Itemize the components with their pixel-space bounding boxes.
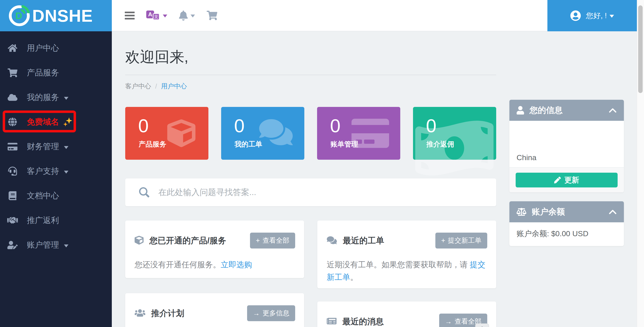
caret-down-icon: [64, 146, 68, 149]
breadcrumb-separator: /: [155, 83, 157, 90]
order-now-link[interactable]: 立即选购: [221, 260, 252, 269]
side-column: 您的信息 China 更新 账户余额: [510, 100, 624, 255]
sidebar-item-label: 推广返利: [27, 215, 59, 226]
search-icon: [139, 187, 149, 198]
language-menu-button[interactable]: A 文: [146, 10, 167, 21]
credit-card-icon: [352, 116, 389, 150]
arrow-right-icon: →: [445, 318, 452, 325]
panel-body: 您已经通过推荐好友赚到了 $0.00 USD。您只需要再: [125, 321, 304, 327]
menu-toggle-button[interactable]: [125, 10, 134, 21]
open-ticket-button[interactable]: + 提交新工单: [435, 232, 487, 248]
panel-your-info-header[interactable]: 您的信息: [510, 100, 624, 121]
cart-button[interactable]: [206, 11, 217, 20]
globe-icon: [6, 118, 19, 126]
chevron-up-icon[interactable]: [609, 107, 617, 114]
balance-scale-icon: [516, 208, 526, 216]
users-icon: [134, 309, 145, 318]
panel-body: 近期没有工单。如果您需要获取帮助，请 提交新工单。: [317, 248, 496, 284]
svg-text:D: D: [16, 10, 22, 21]
sidebar-item-account[interactable]: 账户管理: [0, 232, 112, 257]
panel-title: 推介计划: [151, 308, 184, 319]
panel-your-info-footer: 更新: [510, 167, 624, 192]
plus-icon: +: [441, 237, 445, 244]
shopping-cart-icon: [6, 68, 19, 77]
panel-products: 您已开通的产品/服务 + 查看全部 您还没有开通任何服务。立即选购: [125, 220, 304, 278]
caret-down-icon: [163, 14, 167, 18]
handshake-icon: [6, 216, 19, 224]
panel-title: 账户余额: [532, 206, 565, 218]
home-icon: [6, 44, 19, 52]
user-menu-button[interactable]: 您好, !: [548, 0, 637, 31]
panel-tickets: 最近的工单 + 提交新工单 近期没有工单。如果您需要获取帮助，请 提交新工单。: [317, 220, 496, 288]
stat-card-tickets[interactable]: 0 我的工单: [221, 107, 304, 160]
sidebar: D DNSHE 用户中心 产品服务 我的服务: [0, 0, 112, 327]
topbar: A 文 您好, !: [112, 0, 637, 31]
newspaper-icon: [327, 317, 336, 326]
kb-search-panel: [125, 178, 496, 206]
plus-icon: +: [256, 237, 260, 244]
user-icon: [516, 106, 524, 114]
stat-cards: 0 产品服务 0 我的工单 0 账单管理 0 推介返佣: [125, 107, 496, 160]
caret-down-icon: [610, 15, 614, 18]
sidebar-item-affiliates[interactable]: 推广返利: [0, 208, 112, 232]
bell-icon: [179, 10, 188, 20]
comments-icon: [259, 118, 293, 147]
sidebar-item-label: 财务管理: [27, 141, 59, 152]
panel-title: 您的信息: [530, 105, 562, 116]
panel-affiliate: 推介计划 → 更多信息 您已经通过推荐好友赚到了 $0.00 USD。您只需要再: [125, 293, 304, 327]
sidebar-item-support[interactable]: 客户支持: [0, 159, 112, 184]
sidebar-item-billing[interactable]: 财务管理: [0, 134, 112, 159]
pencil-icon: [554, 177, 561, 184]
caret-down-icon: [64, 171, 68, 174]
credit-card-icon: [6, 142, 19, 151]
breadcrumb-home: 客户中心: [125, 82, 151, 91]
shopping-cart-icon: [206, 11, 217, 20]
sidebar-item-label: 账户管理: [27, 240, 59, 250]
arrow-right-icon: →: [253, 310, 260, 317]
affiliate-more-info-button[interactable]: → 更多信息: [247, 305, 295, 321]
comments-icon: [327, 236, 337, 246]
sidebar-item-my-services[interactable]: 我的服务: [0, 85, 112, 110]
sidebar-item-products[interactable]: 产品服务: [0, 60, 112, 85]
headset-icon: [6, 167, 19, 176]
cloud-icon: [6, 94, 19, 101]
sidebar-item-label: 我的服务: [27, 92, 59, 103]
sidebar-item-label: 客户支持: [27, 166, 59, 177]
sidebar-item-label: 免费域名: [27, 116, 59, 128]
search-input[interactable]: [158, 188, 456, 197]
sidebar-item-docs[interactable]: 文档中心: [0, 184, 112, 208]
money-bill-icon: [415, 117, 494, 180]
sidebar-item-label: 用户中心: [27, 43, 59, 54]
panel-your-info: 您的信息 China 更新: [510, 100, 624, 192]
brand-name: DNSHE: [32, 6, 93, 26]
notifications-menu-button[interactable]: [179, 10, 195, 20]
sidebar-nav: 用户中心 产品服务 我的服务 免费域名: [0, 31, 112, 257]
stat-card-products[interactable]: 0 产品服务: [125, 107, 208, 160]
chevron-up-icon[interactable]: [609, 209, 617, 215]
breadcrumb-current[interactable]: 用户中心: [161, 82, 187, 91]
stat-card-affiliate[interactable]: 0 推介返佣: [413, 107, 496, 160]
back-to-top-button[interactable]: [475, 324, 489, 327]
view-all-products-button[interactable]: + 查看全部: [250, 232, 295, 248]
panel-balance: 账户余额 账户余额: $0.00 USD: [510, 201, 624, 246]
brand-logo[interactable]: D DNSHE: [0, 0, 112, 31]
scrollbar[interactable]: [637, 0, 644, 327]
account-balance-text: 账户余额: $0.00 USD: [510, 222, 624, 246]
sidebar-item-user-center[interactable]: 用户中心: [0, 36, 112, 60]
panel-balance-header[interactable]: 账户余额: [510, 201, 624, 222]
main-content: 欢迎回来, 客户中心 / 用户中心 0 产品服务 0 我的工单 0 账单管理: [112, 31, 637, 327]
sidebar-item-label: 文档中心: [27, 190, 59, 201]
brand-logo-icon: D: [8, 5, 30, 26]
language-icon-secondary: 文: [153, 13, 160, 20]
scrollbar-thumb[interactable]: [638, 5, 643, 93]
panel-body: 您还没有开通任何服务。立即选购: [125, 248, 304, 271]
panel-title: 最近的工单: [343, 235, 384, 246]
panel-title: 您已开通的产品/服务: [149, 235, 226, 246]
sidebar-item-free-domain[interactable]: 免费域名: [0, 110, 112, 134]
stat-card-invoices[interactable]: 0 账单管理: [317, 107, 400, 160]
chevron-up-icon: [479, 326, 485, 327]
update-info-button[interactable]: 更新: [516, 173, 618, 188]
user-greeting: 您好, !: [586, 11, 607, 21]
panel-title: 最近的消息: [342, 316, 384, 327]
book-icon: [6, 191, 19, 200]
